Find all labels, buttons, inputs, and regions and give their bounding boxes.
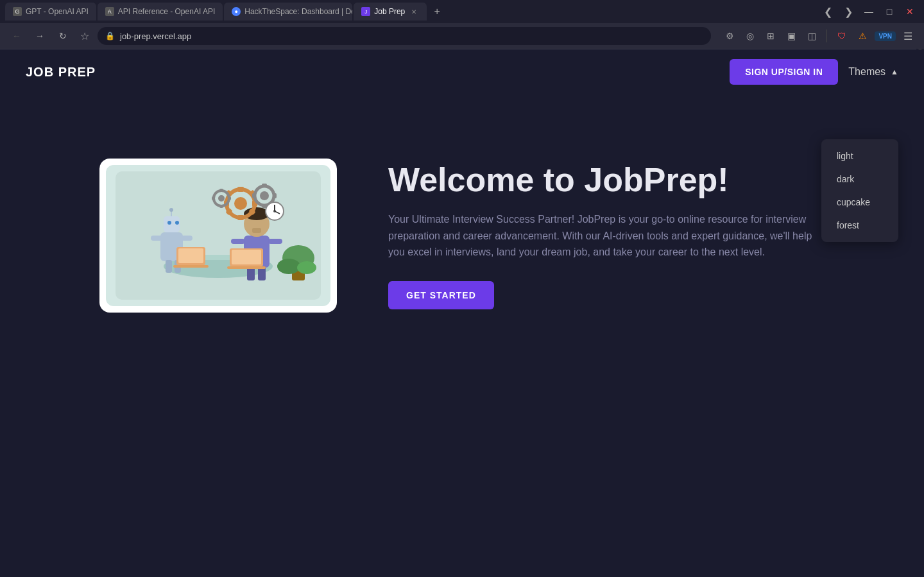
tab-favicon-hackspace: ● xyxy=(232,7,241,16)
address-text: job-prep.vercel.app xyxy=(120,31,191,41)
puzzle-icon[interactable]: ⊞ xyxy=(762,28,779,44)
svg-rect-42 xyxy=(273,193,277,198)
toolbar-right: ⚙ ◎ ⊞ ▣ ◫ 🛡 ⚠ VPN ☰ xyxy=(721,28,916,44)
themes-button[interactable]: Themes ▲ xyxy=(848,66,898,78)
hero-title: Welcome to JobPrep! xyxy=(388,162,825,198)
tab-hackspace[interactable]: ● HackTheSpace: Dashboard | Devfolio xyxy=(224,3,352,21)
nav-right: SIGN UP/SIGN IN Themes ▲ xyxy=(730,59,898,85)
window-controls: ❮ ❯ — □ ✕ xyxy=(819,3,919,21)
tab-title-api: API Reference - OpenAI API xyxy=(118,7,215,16)
svg-rect-20 xyxy=(231,239,245,244)
theme-item-forest[interactable]: forest xyxy=(821,214,898,237)
close-window-button[interactable]: ✕ xyxy=(901,3,919,21)
svg-rect-48 xyxy=(228,196,231,200)
svg-rect-39 xyxy=(262,184,267,187)
svg-rect-41 xyxy=(252,193,256,198)
svg-rect-30 xyxy=(237,215,244,220)
tab-gpt[interactable]: G GPT - OpenAI API xyxy=(5,3,96,21)
browser-menu-button[interactable]: ☰ xyxy=(900,28,916,44)
theme-item-cupcake[interactable]: cupcake xyxy=(821,191,898,214)
hero-image-container xyxy=(99,159,337,313)
svg-rect-47 xyxy=(212,196,215,200)
minimize-button[interactable]: — xyxy=(860,3,878,21)
browser-chrome: G GPT - OpenAI API A API Reference - Ope… xyxy=(0,0,924,49)
chevron-up-icon: ▲ xyxy=(891,67,898,76)
back-button[interactable]: ← xyxy=(8,27,26,45)
tab-scroll-right[interactable]: ❯ xyxy=(839,3,857,21)
svg-rect-10 xyxy=(181,236,193,241)
svg-rect-46 xyxy=(219,205,223,208)
svg-point-5 xyxy=(167,221,171,225)
bookmark-button[interactable]: ☆ xyxy=(77,28,92,44)
svg-rect-15 xyxy=(173,265,209,268)
tab-jobprep[interactable]: J Job Prep ✕ xyxy=(354,3,427,21)
tab-favicon-gpt: G xyxy=(13,7,22,16)
tab-favicon-jobprep: J xyxy=(361,7,370,16)
lock-icon: 🔒 xyxy=(105,31,115,40)
svg-point-56 xyxy=(297,261,316,274)
svg-point-44 xyxy=(218,195,225,202)
vpn-badge[interactable]: VPN xyxy=(875,31,896,41)
svg-rect-11 xyxy=(166,260,172,273)
hero-svg xyxy=(116,171,321,300)
tab-close-button[interactable]: ✕ xyxy=(409,6,419,17)
forward-button[interactable]: → xyxy=(31,27,49,45)
app-content: JOB PREP SIGN UP/SIGN IN Themes ▲ light … xyxy=(0,49,924,577)
tab-favicon-api: A xyxy=(105,7,114,16)
svg-rect-25 xyxy=(232,250,261,264)
new-tab-button[interactable]: + xyxy=(428,3,446,21)
tab-api[interactable]: A API Reference - OpenAI API xyxy=(98,3,223,21)
sign-in-button[interactable]: SIGN UP/SIGN IN xyxy=(730,59,838,85)
svg-point-55 xyxy=(277,259,300,274)
svg-rect-9 xyxy=(151,236,162,241)
nav-logo: JOB PREP xyxy=(26,65,96,80)
svg-point-28 xyxy=(234,197,247,210)
svg-point-38 xyxy=(260,191,269,200)
target-icon[interactable]: ◎ xyxy=(742,28,758,44)
hero-section: Welcome to JobPrep! Your Ultimate Interv… xyxy=(0,120,924,351)
tab-title-jobprep: Job Prep xyxy=(374,7,405,16)
svg-point-8 xyxy=(169,208,173,212)
reload-button[interactable]: ↻ xyxy=(54,27,72,45)
extensions-icon[interactable]: ⚙ xyxy=(721,28,738,44)
tab-scroll-left[interactable]: ❮ xyxy=(819,3,837,21)
theme-item-light[interactable]: light xyxy=(821,144,898,168)
svg-rect-45 xyxy=(219,189,223,192)
toolbar: ← → ↻ ☆ 🔒 job-prep.vercel.app ⚙ ◎ ⊞ ▣ ◫ … xyxy=(0,23,924,49)
tab-title-hackspace: HackTheSpace: Dashboard | Devfolio xyxy=(244,7,352,16)
svg-rect-21 xyxy=(268,239,282,244)
address-bar[interactable]: 🔒 job-prep.vercel.app xyxy=(98,27,711,45)
hero-illustration xyxy=(106,165,330,306)
sidebar-icon[interactable]: ▣ xyxy=(783,28,800,44)
hero-text: Welcome to JobPrep! Your Ultimate Interv… xyxy=(388,162,825,309)
theme-item-dark[interactable]: dark xyxy=(821,168,898,191)
shield-red-icon[interactable]: 🛡 xyxy=(834,28,850,44)
tab-title-gpt: GPT - OpenAI API xyxy=(26,7,89,16)
warning-icon[interactable]: ⚠ xyxy=(854,28,871,44)
hero-description: Your Ultimate Interview Success Partner!… xyxy=(388,211,825,261)
svg-rect-19 xyxy=(252,228,261,233)
svg-rect-14 xyxy=(178,248,203,263)
svg-rect-26 xyxy=(227,266,266,269)
svg-point-6 xyxy=(175,221,179,225)
tab-bar: G GPT - OpenAI API A API Reference - Ope… xyxy=(0,0,924,23)
maximize-button[interactable]: □ xyxy=(880,3,898,21)
themes-label: Themes xyxy=(848,66,886,78)
divider xyxy=(826,30,827,42)
wallet-icon[interactable]: ◫ xyxy=(803,28,820,44)
get-started-button[interactable]: GET STARTED xyxy=(388,281,494,309)
navbar: JOB PREP SIGN UP/SIGN IN Themes ▲ xyxy=(0,49,924,94)
svg-rect-29 xyxy=(237,187,244,192)
themes-dropdown: light dark cupcake forest xyxy=(821,139,898,242)
